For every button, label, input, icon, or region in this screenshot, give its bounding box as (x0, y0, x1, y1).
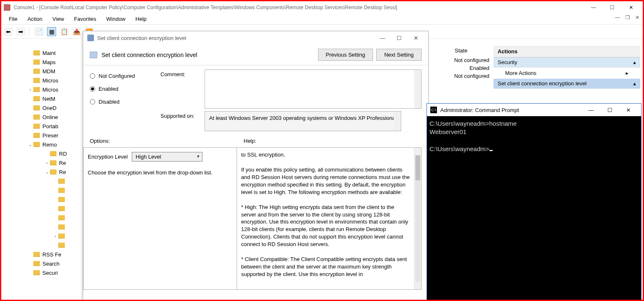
cmd-terminal[interactable]: C:\Users\wayneadm>hostname Webserver01 C… (427, 116, 641, 157)
menu-file[interactable]: File (4, 14, 22, 24)
menu-window[interactable]: Window (101, 14, 131, 24)
expander-icon[interactable]: › (44, 161, 50, 165)
state-row[interactable]: Enabled (429, 64, 493, 72)
options-label: Options: (90, 138, 244, 144)
mdi-minimize[interactable]: — (614, 15, 621, 20)
folder-icon (33, 124, 40, 129)
help-text: to SSL encryption. If you enable this po… (241, 151, 410, 278)
next-setting-button[interactable]: Next Setting (376, 49, 422, 61)
expander-icon[interactable]: › (27, 87, 33, 92)
close-button[interactable]: ✕ (622, 2, 640, 13)
menu-help[interactable]: Help (131, 14, 152, 24)
scrollbar[interactable] (414, 70, 421, 108)
radio-enabled[interactable]: Enabled (90, 82, 152, 95)
tree-item[interactable]: ›Micros (2, 85, 81, 94)
actions-group-label: Set client connection encryption level (498, 80, 587, 87)
properties-button[interactable]: 📋 (59, 27, 69, 36)
radio-label: Enabled (99, 86, 118, 92)
tree-item[interactable]: MDM (2, 67, 81, 76)
tree-item[interactable]: Portab (2, 122, 81, 131)
expander-icon[interactable]: ⌄ (44, 170, 50, 174)
tree-item[interactable] (2, 241, 81, 250)
tree-item[interactable]: RD (2, 149, 81, 158)
tree-item[interactable]: OneD (2, 103, 81, 112)
menu-favorites[interactable]: Favorites (69, 14, 101, 24)
folder-icon (58, 206, 65, 211)
tree-label: OneD (42, 105, 57, 111)
minimize-button[interactable]: — (584, 2, 603, 13)
expander-icon[interactable]: ⌄ (27, 142, 33, 147)
export-button[interactable]: 📤 (72, 27, 81, 36)
tree-item[interactable]: NetM (2, 94, 81, 103)
cursor-icon (489, 150, 493, 151)
tree-item[interactable]: Online (2, 112, 81, 122)
tree-item[interactable]: Micros (2, 76, 81, 85)
radio-not-configured[interactable]: Not Configured (90, 70, 152, 82)
menu-action[interactable]: Action (22, 14, 47, 24)
dialog-maximize-button[interactable]: ☐ (391, 35, 407, 41)
radio-icon (90, 86, 95, 92)
radio-label: Disabled (99, 99, 120, 105)
encryption-level-select[interactable]: High Level (132, 152, 202, 162)
folder-icon (33, 261, 40, 266)
mdi-close[interactable]: ✕ (634, 15, 641, 20)
back-button[interactable]: ⬅ (4, 27, 13, 36)
options-panel: Encryption Level High Level Choose the e… (83, 147, 237, 290)
tree-item[interactable]: ›Re (2, 158, 81, 167)
tree-item[interactable]: RSS Fe (2, 250, 81, 259)
comment-label: Comment: (160, 70, 205, 109)
tree-pane[interactable]: MaintMapsMDMMicros›MicrosNetMOneDOnlineP… (2, 40, 81, 299)
action-more-actions[interactable]: More Actions ▸ (493, 67, 640, 79)
tree-label: RSS Fe (42, 251, 62, 258)
supported-on-box: At least Windows Server 2003 operating s… (205, 111, 401, 131)
folder-icon (58, 197, 65, 202)
scrollbar[interactable] (414, 148, 421, 289)
actions-group-security[interactable]: Security ▴ (493, 57, 640, 67)
expander-icon[interactable]: › (52, 234, 58, 239)
tree-label: MDM (42, 68, 55, 75)
tree-item[interactable] (2, 222, 81, 231)
tree-item[interactable]: › (2, 231, 81, 241)
tree-item[interactable]: Preser (2, 131, 81, 140)
tree-item[interactable] (2, 213, 81, 222)
folder-icon (58, 234, 65, 239)
tree-label: Securi (42, 270, 58, 276)
tree-item[interactable]: ⌄Remo (2, 140, 81, 149)
tree-item[interactable]: ⌄Re (2, 167, 81, 177)
scrollbar-thumb[interactable] (415, 155, 420, 180)
menu-view[interactable]: View (47, 14, 69, 24)
tree-item[interactable]: Securi (2, 268, 81, 277)
actions-group-setting[interactable]: Set client connection encryption level ▴ (493, 79, 640, 89)
cmd-title: Administrator: Command Prompt (440, 107, 519, 113)
tree-item[interactable]: Maps (2, 57, 81, 67)
previous-setting-button[interactable]: Previous Setting (318, 49, 373, 61)
state-row[interactable]: Not configured (429, 72, 493, 80)
state-row[interactable]: Not configured (429, 56, 493, 64)
radio-disabled[interactable]: Disabled (90, 95, 152, 108)
tree-label: NetM (42, 96, 55, 102)
maximize-button[interactable]: ☐ (603, 2, 622, 13)
forward-button[interactable]: ➡ (16, 27, 25, 36)
cmd-maximize-button[interactable]: ☐ (600, 107, 619, 113)
mdi-restore[interactable]: ❐ (624, 15, 631, 20)
tree-item[interactable] (2, 186, 81, 195)
comment-textarea[interactable] (205, 70, 422, 109)
tree-item[interactable]: Search (2, 259, 81, 268)
tree-item[interactable] (2, 177, 81, 186)
folder-icon (58, 179, 65, 184)
window-title: Console1 - [Console Root\Local Computer … (14, 5, 397, 10)
tree-item[interactable] (2, 195, 81, 204)
tree-label: Re (59, 169, 66, 175)
dialog-close-button[interactable]: ✕ (407, 35, 424, 41)
help-label: Help: (244, 138, 256, 144)
tree-item[interactable]: Maint (2, 48, 81, 57)
show-tree-button[interactable]: ▦ (47, 27, 56, 36)
folder-icon (33, 105, 40, 110)
tree-item[interactable] (2, 204, 81, 213)
up-button[interactable]: 📄 (35, 27, 44, 36)
dialog-minimize-button[interactable]: — (374, 35, 391, 41)
cmd-minimize-button[interactable]: — (582, 107, 600, 113)
tree-label: Micros (42, 77, 58, 84)
cmd-close-button[interactable]: ✕ (619, 107, 638, 113)
scrollbar[interactable] (394, 112, 401, 131)
